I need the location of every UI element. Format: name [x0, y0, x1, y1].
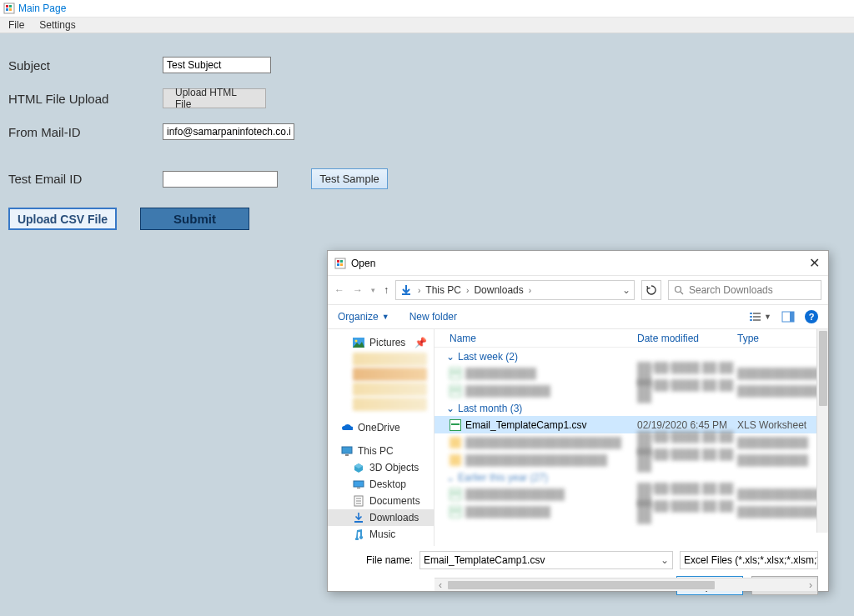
pin-icon: 📌 [414, 337, 427, 348]
dialog-close-button[interactable]: ✕ [809, 255, 820, 271]
file-row[interactable]: ████████████████████████/██/████ ██:██ █… [435, 433, 828, 451]
svg-line-12 [681, 292, 683, 294]
nav-thispc[interactable]: This PC [328, 443, 434, 459]
view-options-button[interactable]: ▼ [749, 311, 771, 323]
vertical-scrollbar[interactable] [816, 329, 828, 533]
nav-blurred-item [353, 398, 427, 411]
menubar: File Settings [0, 17, 854, 33]
filename-combo[interactable]: Email_TemplateCamp1.csv ⌄ [419, 551, 673, 569]
col-name[interactable]: Name [450, 333, 637, 344]
address-row: ← → ▾ ↑ › This PC › Downloads › ⌄ Search… [328, 276, 828, 304]
help-button[interactable]: ? [805, 310, 818, 323]
col-date[interactable]: Date modified [637, 333, 737, 344]
group-last-week[interactable]: ⌄Last week (2) [435, 348, 828, 364]
menu-file[interactable]: File [8, 19, 24, 31]
menu-settings[interactable]: Settings [39, 19, 75, 31]
preview-pane-icon [781, 311, 795, 323]
filename-label: File name: [338, 554, 413, 566]
: Email_TemplateCamp1.csv [424, 554, 545, 566]
dropdown-icon[interactable]: ⌄ [661, 554, 669, 566]
svg-rect-2 [9, 5, 12, 8]
column-headers[interactable]: Name Date modified Type [435, 329, 828, 348]
file-row[interactable]: ██████████████████████/██/████ ██:██ ███… [435, 451, 828, 468]
file-row-selected[interactable]: Email_TemplateCamp1.csv 02/19/2020 6:45 … [435, 416, 828, 433]
nav-up-icon[interactable]: ↑ [384, 284, 389, 296]
file-filter-combo[interactable]: Excel Files (*.xls;*.xlsx;*.xlsm;*.c ⌄ [680, 551, 818, 569]
chevron-right-icon: › [529, 286, 531, 295]
nav-3dobjects[interactable]: 3D Objects [328, 459, 434, 476]
nav-music[interactable]: Music [328, 526, 434, 543]
svg-rect-4 [9, 8, 12, 11]
nav-forward-icon[interactable]: → [353, 284, 363, 296]
new-folder-button[interactable]: New folder [409, 311, 457, 323]
onedrive-icon [341, 422, 353, 433]
nav-onedrive[interactable]: OneDrive [328, 419, 434, 436]
test-email-label: Test Email ID [8, 172, 163, 186]
svg-rect-26 [357, 488, 360, 488]
nav-recent-chevron-icon[interactable]: ▾ [371, 286, 375, 294]
nav-blurred-item [353, 353, 427, 366]
folder-icon [450, 454, 461, 466]
svg-rect-18 [753, 319, 761, 321]
group-earlier-year[interactable]: ⌄Earlier this year (27) [435, 468, 828, 485]
scroll-left-icon[interactable]: ‹ [435, 579, 446, 591]
svg-rect-8 [337, 263, 339, 266]
subject-input[interactable] [163, 57, 271, 73]
submit-button[interactable]: Submit [140, 208, 249, 230]
svg-rect-15 [750, 316, 752, 318]
file-row[interactable]: ██████████████/██/████ ██:██ ███████████… [435, 382, 828, 399]
test-sample-button[interactable]: Test Sample [311, 168, 388, 189]
breadcrumb[interactable]: › This PC › Downloads › ⌄ [395, 280, 635, 300]
refresh-icon [646, 285, 656, 295]
from-mail-input[interactable] [163, 123, 294, 140]
nav-back-icon[interactable]: ← [334, 284, 344, 296]
breadcrumb-dropdown-icon[interactable]: ⌄ [622, 284, 630, 296]
svg-rect-31 [354, 521, 363, 523]
subject-label: Subject [8, 58, 163, 73]
svg-rect-1 [6, 5, 8, 8]
chevron-down-icon: ⌄ [446, 403, 455, 414]
svg-rect-13 [750, 313, 752, 314]
nav-desktop[interactable]: Desktop [328, 476, 434, 493]
group-last-month[interactable]: ⌄Last month (3) [435, 399, 828, 416]
xls-icon [450, 506, 461, 518]
scroll-right-icon[interactable]: › [805, 579, 816, 591]
file-list: ⌄Last week (2) ████████████/██/████ ██:█… [435, 348, 828, 528]
nav-documents[interactable]: Documents [328, 493, 434, 509]
upload-csv-button[interactable]: Upload CSV File [8, 208, 117, 230]
nav-pictures[interactable]: Pictures 📌 [328, 334, 434, 351]
music-icon [353, 528, 364, 540]
xls-icon [450, 419, 461, 431]
search-icon [674, 285, 684, 295]
from-mail-label: From Mail-ID [8, 125, 163, 139]
svg-rect-9 [340, 263, 343, 266]
file-row[interactable]: ██████████████/██/████ ██:██ ███████████… [435, 503, 828, 520]
xls-icon [450, 385, 461, 397]
downloads-icon [353, 512, 364, 523]
nav-blurred-item [353, 383, 427, 396]
navigation-pane: Pictures 📌 OneDrive This PC 3D Objects [328, 329, 435, 546]
breadcrumb-thispc[interactable]: This PC [425, 284, 461, 296]
organize-menu[interactable]: Organize ▼ [338, 311, 389, 323]
svg-rect-24 [345, 454, 349, 456]
upload-html-button[interactable]: Upload HTML File [163, 88, 266, 108]
search-placeholder: Search Downloads [689, 284, 773, 296]
search-input[interactable]: Search Downloads [668, 280, 821, 300]
test-email-input[interactable] [163, 171, 278, 188]
open-file-dialog: Open ✕ ← → ▾ ↑ › This PC › Downloads › ⌄ [327, 250, 829, 592]
file-row[interactable]: ████████████/██/████ ██:██ █████████████… [435, 364, 828, 382]
nav-downloads[interactable]: Downloads [328, 509, 434, 526]
preview-pane-button[interactable] [781, 311, 795, 323]
refresh-button[interactable] [641, 280, 661, 300]
file-row[interactable]: ████████████████/██/████ ██:██ █████████… [435, 485, 828, 503]
svg-rect-16 [753, 316, 761, 318]
col-type[interactable]: Type [737, 333, 828, 344]
dialog-toolbar: Organize ▼ New folder ▼ ? [328, 304, 828, 329]
breadcrumb-downloads[interactable]: Downloads [474, 284, 523, 296]
svg-rect-3 [6, 8, 8, 11]
download-arrow-icon [399, 283, 413, 297]
desktop-icon [353, 478, 364, 490]
svg-rect-6 [337, 260, 339, 263]
dialog-title: Open [351, 258, 375, 269]
horizontal-scrollbar[interactable]: ‹ › [435, 578, 816, 591]
